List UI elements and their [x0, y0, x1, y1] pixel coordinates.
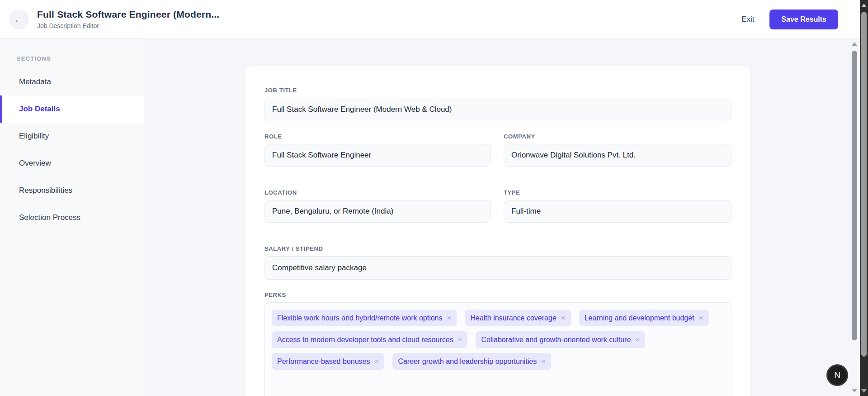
header-titles: Full Stack Software Engineer (Modern... …: [37, 9, 219, 29]
perk-tag: Career growth and leadership opportuniti…: [392, 353, 551, 370]
perk-remove-icon[interactable]: ×: [447, 314, 452, 322]
sidebar-item[interactable]: Responsibilities: [0, 177, 144, 204]
window-scrollbar-thumb[interactable]: [861, 12, 867, 357]
sidebar-item-label: Job Details: [19, 105, 60, 114]
company-input[interactable]: [504, 144, 731, 167]
perk-tag-label: Performance-based bonuses: [277, 358, 370, 366]
sidebar-item[interactable]: Selection Process: [0, 204, 144, 231]
back-button[interactable]: ←: [9, 10, 29, 29]
perk-tag-label: Career growth and leadership opportuniti…: [398, 358, 537, 366]
sidebar-item[interactable]: Overview: [0, 150, 144, 177]
location-input[interactable]: [264, 200, 491, 223]
sidebar-item-label: Metadata: [19, 77, 51, 86]
sidebar: SECTIONS Metadata Job Details Eligibilit…: [0, 39, 144, 396]
sidebar-heading: SECTIONS: [17, 55, 144, 62]
arrow-left-icon: ←: [14, 14, 24, 25]
perk-remove-icon[interactable]: ×: [699, 314, 703, 322]
role-input[interactable]: [264, 144, 491, 167]
main-content: JOB TITLE ROLE COMPANY LOCATION TYPE: [144, 39, 860, 396]
perk-tag-label: Learning and development budget: [585, 314, 694, 322]
perk-tag: Access to modern developer tools and clo…: [272, 331, 467, 348]
sidebar-item-label: Responsibilities: [19, 186, 72, 195]
company-label: COMPANY: [504, 133, 731, 140]
sidebar-nav: Metadata Job Details Eligibility Overvie…: [0, 68, 144, 231]
perk-tag-label: Collaborative and growth-oriented work c…: [481, 336, 631, 344]
exit-button[interactable]: Exit: [741, 15, 754, 24]
type-input[interactable]: [504, 200, 731, 223]
perk-remove-icon[interactable]: ×: [541, 358, 546, 365]
window-scrollbar[interactable]: [860, 0, 868, 396]
perk-remove-icon[interactable]: ×: [635, 336, 640, 344]
perks-label: PERKS: [264, 291, 731, 298]
job-title-label: JOB TITLE: [264, 87, 731, 94]
perk-tag: Health insurance coverage ×: [465, 310, 571, 326]
header: ← Full Stack Software Engineer (Modern..…: [0, 0, 860, 39]
job-title-input[interactable]: [264, 98, 731, 121]
perk-tag: Learning and development budget ×: [579, 310, 709, 326]
perk-remove-icon[interactable]: ×: [561, 314, 566, 322]
window-scroll-down-icon[interactable]: [861, 389, 867, 393]
sidebar-item-label: Overview: [19, 159, 51, 168]
page-title: Full Stack Software Engineer (Modern...: [37, 9, 219, 20]
content-scrollbar[interactable]: [852, 39, 857, 396]
salary-input[interactable]: [264, 256, 731, 280]
sidebar-item[interactable]: Job Details: [0, 95, 144, 123]
window-scroll-up-icon[interactable]: [861, 4, 867, 7]
save-results-button[interactable]: Save Results: [769, 10, 838, 29]
perk-tag-label: Health insurance coverage: [470, 314, 556, 322]
perk-tag-label: Access to modern developer tools and clo…: [277, 336, 453, 344]
role-label: ROLE: [264, 133, 491, 140]
perks-container: Flexible work hours and hybrid/remote wo…: [264, 302, 731, 396]
perk-tag-label: Flexible work hours and hybrid/remote wo…: [277, 314, 443, 322]
perk-tag: Performance-based bonuses ×: [272, 353, 384, 370]
scroll-down-icon[interactable]: [852, 389, 857, 392]
perk-remove-icon[interactable]: ×: [458, 336, 462, 344]
perk-tag: Flexible work hours and hybrid/remote wo…: [272, 310, 457, 326]
sidebar-item-label: Eligibility: [19, 132, 49, 141]
sidebar-item-label: Selection Process: [19, 213, 80, 222]
content-scrollbar-thumb[interactable]: [852, 51, 857, 340]
floating-avatar-button[interactable]: N: [826, 364, 848, 386]
salary-label: SALARY / STIPEND: [264, 245, 731, 252]
job-details-card: JOB TITLE ROLE COMPANY LOCATION TYPE: [245, 66, 751, 396]
scroll-up-icon[interactable]: [852, 42, 857, 46]
perk-remove-icon[interactable]: ×: [374, 358, 379, 365]
type-label: TYPE: [504, 189, 731, 196]
perk-tag: Collaborative and growth-oriented work c…: [476, 331, 645, 348]
sidebar-item[interactable]: Metadata: [0, 68, 144, 95]
sidebar-item[interactable]: Eligibility: [0, 123, 144, 150]
page-subtitle: Job Description Editor: [37, 22, 219, 29]
avatar-letter: N: [834, 370, 840, 380]
location-label: LOCATION: [264, 189, 491, 196]
